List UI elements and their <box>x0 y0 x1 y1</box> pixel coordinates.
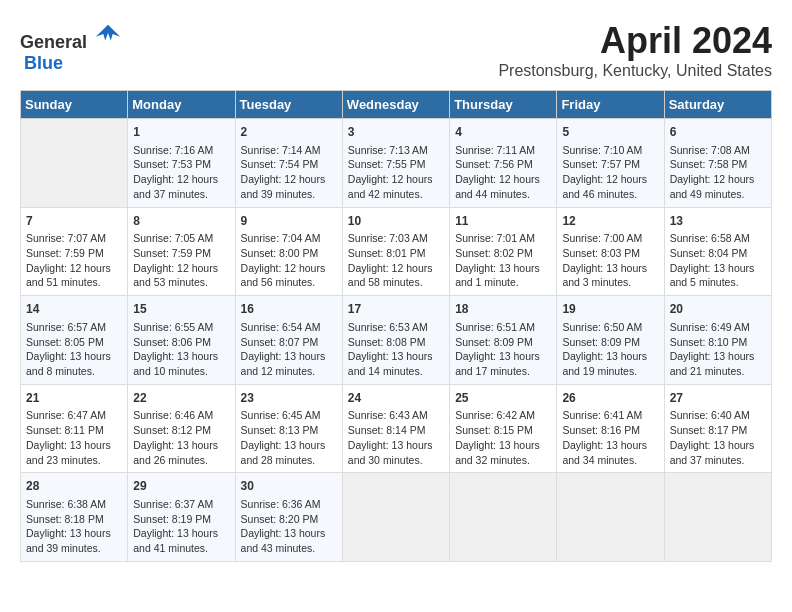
calendar: SundayMondayTuesdayWednesdayThursdayFrid… <box>20 90 772 562</box>
sunset-text: Sunset: 8:02 PM <box>455 246 551 261</box>
day-number: 21 <box>26 390 122 407</box>
sunset-text: Sunset: 8:11 PM <box>26 423 122 438</box>
day-number: 10 <box>348 213 444 230</box>
calendar-cell: 29Sunrise: 6:37 AMSunset: 8:19 PMDayligh… <box>128 473 235 562</box>
day-number: 3 <box>348 124 444 141</box>
sunset-text: Sunset: 7:56 PM <box>455 157 551 172</box>
sunset-text: Sunset: 8:12 PM <box>133 423 229 438</box>
sunrise-text: Sunrise: 7:01 AM <box>455 231 551 246</box>
day-header-tuesday: Tuesday <box>235 91 342 119</box>
sunset-text: Sunset: 7:53 PM <box>133 157 229 172</box>
day-number: 20 <box>670 301 766 318</box>
sunrise-text: Sunrise: 6:55 AM <box>133 320 229 335</box>
calendar-cell: 24Sunrise: 6:43 AMSunset: 8:14 PMDayligh… <box>342 384 449 473</box>
title-area: April 2024 Prestonsburg, Kentucky, Unite… <box>498 20 772 80</box>
sunset-text: Sunset: 8:10 PM <box>670 335 766 350</box>
daylight-text: Daylight: 12 hours and 53 minutes. <box>133 261 229 290</box>
day-number: 25 <box>455 390 551 407</box>
calendar-cell: 30Sunrise: 6:36 AMSunset: 8:20 PMDayligh… <box>235 473 342 562</box>
calendar-cell: 26Sunrise: 6:41 AMSunset: 8:16 PMDayligh… <box>557 384 664 473</box>
day-number: 4 <box>455 124 551 141</box>
daylight-text: Daylight: 13 hours and 19 minutes. <box>562 349 658 378</box>
calendar-cell: 25Sunrise: 6:42 AMSunset: 8:15 PMDayligh… <box>450 384 557 473</box>
daylight-text: Daylight: 12 hours and 51 minutes. <box>26 261 122 290</box>
week-row-4: 21Sunrise: 6:47 AMSunset: 8:11 PMDayligh… <box>21 384 772 473</box>
day-number: 17 <box>348 301 444 318</box>
day-header-wednesday: Wednesday <box>342 91 449 119</box>
calendar-cell: 15Sunrise: 6:55 AMSunset: 8:06 PMDayligh… <box>128 296 235 385</box>
calendar-cell: 17Sunrise: 6:53 AMSunset: 8:08 PMDayligh… <box>342 296 449 385</box>
daylight-text: Daylight: 13 hours and 5 minutes. <box>670 261 766 290</box>
sunset-text: Sunset: 8:08 PM <box>348 335 444 350</box>
day-number: 8 <box>133 213 229 230</box>
day-number: 13 <box>670 213 766 230</box>
sunset-text: Sunset: 8:13 PM <box>241 423 337 438</box>
sunset-text: Sunset: 8:16 PM <box>562 423 658 438</box>
sunrise-text: Sunrise: 6:42 AM <box>455 408 551 423</box>
sunrise-text: Sunrise: 7:08 AM <box>670 143 766 158</box>
daylight-text: Daylight: 13 hours and 30 minutes. <box>348 438 444 467</box>
day-header-sunday: Sunday <box>21 91 128 119</box>
daylight-text: Daylight: 13 hours and 23 minutes. <box>26 438 122 467</box>
sunrise-text: Sunrise: 7:07 AM <box>26 231 122 246</box>
sunset-text: Sunset: 8:18 PM <box>26 512 122 527</box>
calendar-cell: 18Sunrise: 6:51 AMSunset: 8:09 PMDayligh… <box>450 296 557 385</box>
sunset-text: Sunset: 8:09 PM <box>562 335 658 350</box>
day-number: 24 <box>348 390 444 407</box>
svg-marker-0 <box>95 25 119 41</box>
sunrise-text: Sunrise: 6:41 AM <box>562 408 658 423</box>
day-number: 11 <box>455 213 551 230</box>
sunrise-text: Sunrise: 6:37 AM <box>133 497 229 512</box>
calendar-cell: 16Sunrise: 6:54 AMSunset: 8:07 PMDayligh… <box>235 296 342 385</box>
sunset-text: Sunset: 8:19 PM <box>133 512 229 527</box>
daylight-text: Daylight: 13 hours and 14 minutes. <box>348 349 444 378</box>
daylight-text: Daylight: 13 hours and 12 minutes. <box>241 349 337 378</box>
calendar-cell: 12Sunrise: 7:00 AMSunset: 8:03 PMDayligh… <box>557 207 664 296</box>
day-number: 9 <box>241 213 337 230</box>
day-number: 19 <box>562 301 658 318</box>
logo-general: General <box>20 32 87 52</box>
calendar-cell: 22Sunrise: 6:46 AMSunset: 8:12 PMDayligh… <box>128 384 235 473</box>
day-number: 22 <box>133 390 229 407</box>
sunset-text: Sunset: 8:09 PM <box>455 335 551 350</box>
calendar-cell: 7Sunrise: 7:07 AMSunset: 7:59 PMDaylight… <box>21 207 128 296</box>
daylight-text: Daylight: 13 hours and 1 minute. <box>455 261 551 290</box>
sunrise-text: Sunrise: 6:57 AM <box>26 320 122 335</box>
day-number: 7 <box>26 213 122 230</box>
calendar-cell <box>450 473 557 562</box>
calendar-cell <box>342 473 449 562</box>
calendar-cell: 6Sunrise: 7:08 AMSunset: 7:58 PMDaylight… <box>664 119 771 208</box>
sunrise-text: Sunrise: 6:53 AM <box>348 320 444 335</box>
sunset-text: Sunset: 7:57 PM <box>562 157 658 172</box>
daylight-text: Daylight: 12 hours and 56 minutes. <box>241 261 337 290</box>
calendar-cell: 3Sunrise: 7:13 AMSunset: 7:55 PMDaylight… <box>342 119 449 208</box>
day-header-thursday: Thursday <box>450 91 557 119</box>
sunset-text: Sunset: 8:06 PM <box>133 335 229 350</box>
calendar-cell: 27Sunrise: 6:40 AMSunset: 8:17 PMDayligh… <box>664 384 771 473</box>
calendar-cell: 14Sunrise: 6:57 AMSunset: 8:05 PMDayligh… <box>21 296 128 385</box>
day-number: 28 <box>26 478 122 495</box>
calendar-cell: 19Sunrise: 6:50 AMSunset: 8:09 PMDayligh… <box>557 296 664 385</box>
logo-blue: Blue <box>24 53 63 73</box>
header: General Blue April 2024 Prestonsburg, Ke… <box>20 20 772 80</box>
daylight-text: Daylight: 13 hours and 34 minutes. <box>562 438 658 467</box>
calendar-cell: 5Sunrise: 7:10 AMSunset: 7:57 PMDaylight… <box>557 119 664 208</box>
daylight-text: Daylight: 12 hours and 49 minutes. <box>670 172 766 201</box>
day-header-saturday: Saturday <box>664 91 771 119</box>
day-number: 5 <box>562 124 658 141</box>
day-number: 30 <box>241 478 337 495</box>
sunrise-text: Sunrise: 7:13 AM <box>348 143 444 158</box>
week-row-2: 7Sunrise: 7:07 AMSunset: 7:59 PMDaylight… <box>21 207 772 296</box>
calendar-cell: 1Sunrise: 7:16 AMSunset: 7:53 PMDaylight… <box>128 119 235 208</box>
daylight-text: Daylight: 13 hours and 37 minutes. <box>670 438 766 467</box>
sunrise-text: Sunrise: 6:43 AM <box>348 408 444 423</box>
sunrise-text: Sunrise: 6:46 AM <box>133 408 229 423</box>
day-number: 15 <box>133 301 229 318</box>
calendar-cell: 23Sunrise: 6:45 AMSunset: 8:13 PMDayligh… <box>235 384 342 473</box>
logo-text: General Blue <box>20 20 122 74</box>
calendar-body: 1Sunrise: 7:16 AMSunset: 7:53 PMDaylight… <box>21 119 772 562</box>
sunset-text: Sunset: 8:15 PM <box>455 423 551 438</box>
sunrise-text: Sunrise: 6:47 AM <box>26 408 122 423</box>
sunrise-text: Sunrise: 6:54 AM <box>241 320 337 335</box>
daylight-text: Daylight: 13 hours and 21 minutes. <box>670 349 766 378</box>
